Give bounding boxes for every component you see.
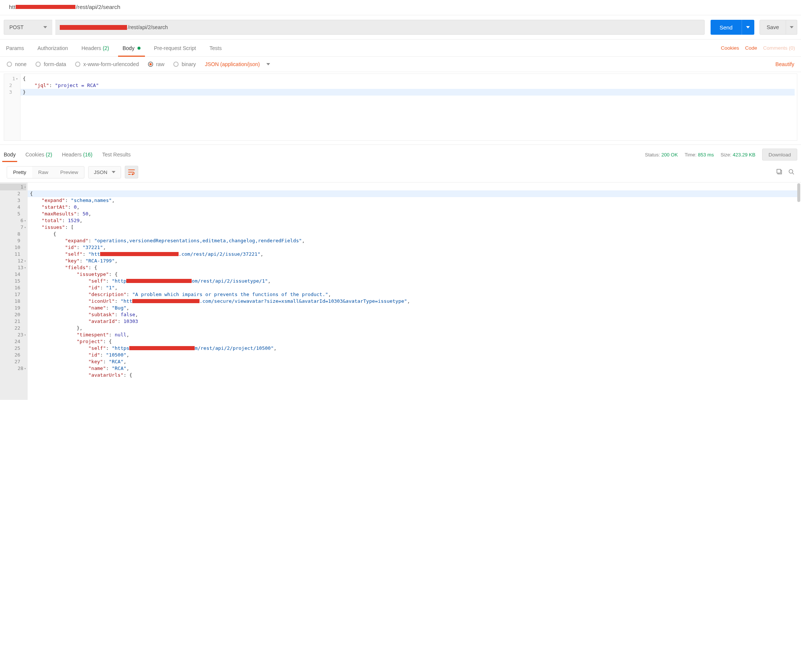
chevron-down-icon <box>790 26 793 28</box>
response-tabs-row: Body Cookies (2) Headers (16) Test Resul… <box>0 144 801 162</box>
chevron-down-icon <box>112 171 116 173</box>
download-button[interactable]: Download <box>762 149 797 160</box>
modified-dot-icon <box>137 47 140 50</box>
method-select[interactable]: POST <box>4 20 52 35</box>
response-tab-body[interactable]: Body <box>4 147 16 162</box>
format-select[interactable]: JSON <box>88 166 121 178</box>
redacted-block <box>129 346 195 350</box>
tab-title: htt/rest/api/2/search <box>0 0 801 15</box>
tab-authorization[interactable]: Authorization <box>37 40 68 56</box>
response-body-viewer[interactable]: 1 ▾ 2 3 4 5 6 ▾ 7 ▾ 8 9 10 11 12 ▾ 13 ▾ … <box>0 182 801 400</box>
cookies-link[interactable]: Cookies <box>721 45 739 51</box>
svg-rect-1 <box>777 169 781 173</box>
comments-link[interactable]: Comments (0) <box>763 45 795 51</box>
redacted-block <box>132 299 199 303</box>
redacted-block <box>60 25 127 30</box>
send-button[interactable]: Send <box>711 20 741 35</box>
view-pretty[interactable]: Pretty <box>7 167 32 178</box>
tab-params[interactable]: Params <box>6 40 24 56</box>
request-tabs: Params Authorization Headers (2) Body Pr… <box>0 40 801 57</box>
request-row: POST /rest/api/2/search Send Save <box>0 15 801 40</box>
editor-content[interactable]: { "jql": "project = RCA" } <box>21 74 797 140</box>
redacted-block <box>16 5 76 9</box>
response-tab-testresults[interactable]: Test Results <box>102 147 130 162</box>
request-body-editor[interactable]: 1 ▾ 2 3 { "jql": "project = RCA" } <box>4 74 797 141</box>
radio-formdata[interactable]: form-data <box>35 61 66 67</box>
chevron-down-icon <box>43 26 47 28</box>
copy-icon[interactable] <box>776 169 782 176</box>
view-raw[interactable]: Raw <box>32 167 54 178</box>
scrollbar[interactable] <box>797 183 800 202</box>
radio-none[interactable]: none <box>7 61 27 67</box>
tab-body[interactable]: Body <box>122 40 140 56</box>
size-label: Size: 423.29 KB <box>721 152 756 157</box>
beautify-link[interactable]: Beautify <box>775 61 794 67</box>
search-icon[interactable] <box>788 169 794 176</box>
chevron-down-icon <box>746 26 750 28</box>
svg-point-2 <box>789 170 793 173</box>
line-wrap-button[interactable] <box>125 166 138 178</box>
status-label: Status: 200 OK <box>645 152 678 157</box>
tab-headers[interactable]: Headers (2) <box>82 40 109 56</box>
tab-prerequest[interactable]: Pre-request Script <box>154 40 196 56</box>
editor-gutter: 1 ▾ 2 3 <box>4 74 21 140</box>
body-type-options: none form-data x-www-form-urlencoded raw… <box>0 57 801 72</box>
redacted-block <box>100 252 179 256</box>
code-link[interactable]: Code <box>745 45 757 51</box>
radio-raw[interactable]: raw <box>148 61 165 67</box>
response-tab-cookies[interactable]: Cookies (2) <box>26 147 52 162</box>
view-preview[interactable]: Preview <box>54 167 84 178</box>
response-tab-headers[interactable]: Headers (16) <box>62 147 93 162</box>
response-gutter: 1 ▾ 2 3 4 5 6 ▾ 7 ▾ 8 9 10 11 12 ▾ 13 ▾ … <box>0 183 27 400</box>
radio-urlencoded[interactable]: x-www-form-urlencoded <box>75 61 139 67</box>
chevron-down-icon <box>266 63 270 65</box>
time-label: Time: 853 ms <box>684 152 714 157</box>
save-button[interactable]: Save <box>759 20 786 35</box>
url-input[interactable]: /rest/api/2/search <box>55 20 704 35</box>
save-dropdown[interactable] <box>786 20 797 35</box>
svg-line-3 <box>792 173 794 174</box>
response-viewer-options: Pretty Raw Preview JSON <box>0 162 801 182</box>
send-dropdown[interactable] <box>741 20 754 35</box>
content-type-select[interactable]: JSON (application/json) <box>205 61 270 67</box>
response-content: { "expand": "schema,names", "startAt": 0… <box>27 183 801 400</box>
redacted-block <box>126 279 191 283</box>
radio-binary[interactable]: binary <box>173 61 196 67</box>
tab-tests[interactable]: Tests <box>209 40 222 56</box>
